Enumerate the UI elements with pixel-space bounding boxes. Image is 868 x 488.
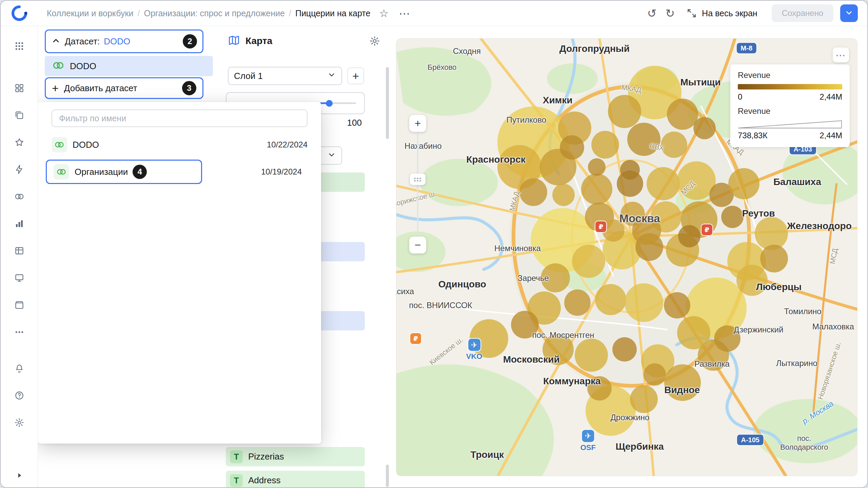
gear-icon[interactable] <box>369 36 380 46</box>
revenue-bubble[interactable] <box>581 174 612 205</box>
revenue-bubble[interactable] <box>714 325 741 352</box>
revenue-bubble[interactable] <box>542 334 574 365</box>
revenue-bubble[interactable] <box>627 123 660 156</box>
revenue-bubble[interactable] <box>608 95 641 128</box>
zoom-out-button[interactable]: − <box>409 237 426 253</box>
breadcrumb: Коллекции и воркбуки / Организации: спро… <box>47 8 370 18</box>
breadcrumb-collections[interactable]: Коллекции и воркбуки <box>47 8 134 18</box>
revenue-bubble[interactable] <box>677 316 710 349</box>
map-more-button[interactable]: ⋯ <box>833 47 849 62</box>
field-name: Address <box>248 475 280 486</box>
panel-scrollbar[interactable] <box>386 67 389 139</box>
revenue-bubble[interactable] <box>630 385 658 413</box>
revenue-bubble[interactable] <box>632 216 661 245</box>
revenue-bubble[interactable] <box>620 160 640 180</box>
more-options-icon[interactable]: ⋯ <box>399 8 411 19</box>
revenue-bubble[interactable] <box>587 376 612 401</box>
favorite-star-icon[interactable]: ☆ <box>379 8 389 19</box>
airport-marker-vko[interactable]: ✈VKO <box>466 339 482 361</box>
revenue-bubble[interactable] <box>572 245 605 278</box>
add-dataset-button[interactable]: + Добавить датасет 3 <box>45 77 203 99</box>
field-chip-address[interactable]: T Address <box>226 471 365 488</box>
zoom-slider-grip[interactable] <box>410 174 426 185</box>
widgets-icon[interactable] <box>11 80 28 97</box>
revenue-bubble[interactable] <box>575 339 608 372</box>
topbar: Коллекции и воркбуки / Организации: спро… <box>1 1 867 26</box>
settings-icon[interactable] <box>11 414 28 431</box>
map-card[interactable]: СходняБрёховоДолгопрудныйМытищиХимкиПути… <box>396 38 857 476</box>
add-layer-button[interactable]: + <box>347 67 364 84</box>
revenue-bubble[interactable] <box>667 99 698 130</box>
legend-size-wedge <box>738 120 842 129</box>
saved-button[interactable]: Сохранено <box>772 4 833 22</box>
airport-marker-osf[interactable]: ✈OSF <box>580 430 596 452</box>
revenue-bubble[interactable] <box>678 225 701 247</box>
collections-icon[interactable] <box>11 107 28 124</box>
zoom-in-button[interactable]: + <box>409 115 426 132</box>
datalens-logo-icon[interactable] <box>1 5 38 21</box>
map-label: Нахабино <box>405 141 442 151</box>
revenue-bubble[interactable] <box>541 263 570 292</box>
dataset-item-dodo[interactable]: DODO <box>45 56 213 76</box>
favorites-icon[interactable] <box>11 134 28 151</box>
revenue-bubble[interactable] <box>664 292 690 319</box>
breadcrumb-workbook[interactable]: Организации: спрос и предложение <box>144 8 284 18</box>
revenue-bubble[interactable] <box>552 184 575 206</box>
undo-icon[interactable]: ↺ <box>647 8 657 19</box>
revenue-bubble[interactable] <box>625 283 663 322</box>
revenue-bubble[interactable] <box>560 135 584 160</box>
ruble-poi-icon[interactable]: ₽ <box>702 224 712 235</box>
redo-icon[interactable]: ↻ <box>665 8 675 19</box>
panel-scrollbar[interactable] <box>386 465 389 487</box>
revenue-bubble[interactable] <box>644 363 666 386</box>
fullscreen-icon[interactable] <box>686 8 697 19</box>
revenue-bubble[interactable] <box>511 311 539 339</box>
revenue-bubble[interactable] <box>664 364 701 401</box>
revenue-bubble[interactable] <box>588 158 606 176</box>
revenue-bubble[interactable] <box>693 117 716 139</box>
more-icon[interactable] <box>11 324 28 341</box>
popover-item-dodo[interactable]: DODO 10/22/2024 <box>52 135 308 155</box>
tables-icon[interactable] <box>11 242 28 259</box>
dataset-filter-input[interactable] <box>52 109 308 127</box>
revenue-bubble[interactable] <box>647 167 680 200</box>
dataset-selector[interactable]: Датасет: DODO 2 <box>45 29 203 53</box>
revenue-bubble[interactable] <box>564 289 591 316</box>
revenue-bubble[interactable] <box>591 131 619 159</box>
slider-handle[interactable] <box>326 100 333 107</box>
map-label: Малаховка <box>812 322 854 331</box>
revenue-bubble[interactable] <box>736 265 768 296</box>
quick-actions-icon[interactable] <box>11 161 28 178</box>
charts-icon[interactable] <box>11 215 28 232</box>
save-dropdown-button[interactable] <box>840 4 858 22</box>
ruble-poi-icon[interactable]: ₽ <box>595 221 606 232</box>
dashboards-icon[interactable] <box>11 269 28 286</box>
help-icon[interactable] <box>11 387 28 404</box>
workspace: Датасет: DODO 2 DODO + Добавить датасет … <box>38 26 867 487</box>
popover-item-organizations[interactable]: Организации 4 10/19/2024 <box>46 160 308 184</box>
datasets-icon[interactable] <box>11 188 28 205</box>
revenue-bubble[interactable] <box>721 206 744 228</box>
collapse-sidebar-icon[interactable] <box>11 467 28 484</box>
notifications-icon[interactable] <box>11 360 28 377</box>
legend-size-min: 738,83К <box>738 131 767 140</box>
fullscreen-label[interactable]: На весь экран <box>702 8 757 18</box>
revenue-bubble[interactable] <box>595 284 626 315</box>
storage-icon[interactable] <box>11 297 28 313</box>
revenue-bubble[interactable] <box>760 245 788 272</box>
step-badge-4: 4 <box>133 165 147 179</box>
revenue-bubble[interactable] <box>612 337 637 362</box>
layer-select[interactable]: Слой 1 <box>228 67 342 85</box>
dataset-rings-icon <box>52 59 64 73</box>
revenue-bubble[interactable] <box>661 131 687 158</box>
ruble-poi-icon[interactable]: ₽ <box>410 333 421 344</box>
map-label: Троицк <box>470 449 504 460</box>
breadcrumb-current: Пиццерии на карте <box>295 8 370 18</box>
revenue-bubble[interactable] <box>728 168 760 199</box>
apps-grid-icon[interactable] <box>11 38 28 55</box>
chevron-down-icon <box>327 150 336 161</box>
field-chip-pizzerias[interactable]: T Pizzerias <box>226 447 365 466</box>
map-label: Брёхово <box>428 63 457 72</box>
revenue-bubble[interactable] <box>519 178 547 206</box>
map-label: Сходня <box>453 46 481 56</box>
